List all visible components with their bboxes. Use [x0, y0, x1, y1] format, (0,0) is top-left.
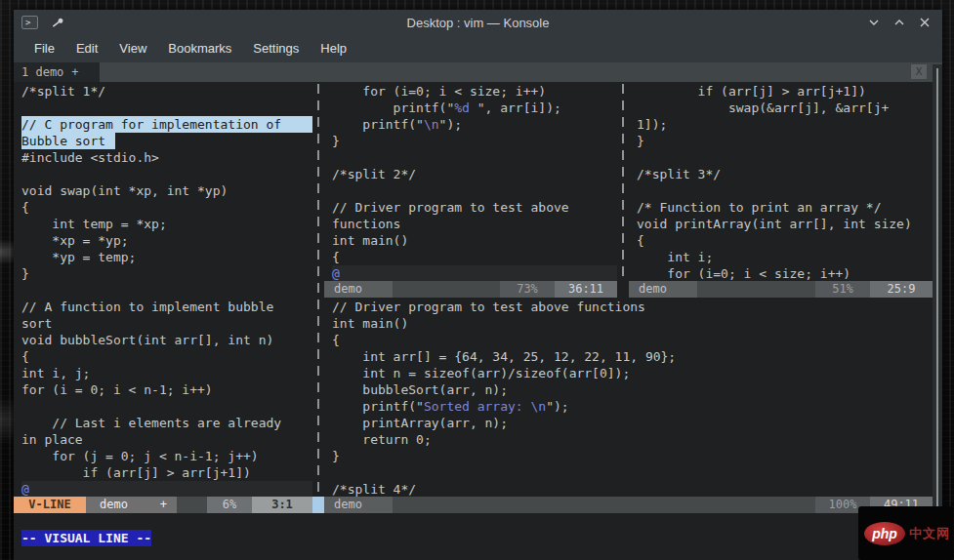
- vim-pane-split1[interactable]: /*split 1*/ // C program for implementat…: [14, 82, 312, 497]
- konsole-window: > Desktop : vim — Konsole: [14, 10, 942, 560]
- new-tab-button[interactable]: +: [71, 62, 78, 82]
- vim-pane-split2[interactable]: for (i=0; i < size; i++) printf("%d ", a…: [324, 82, 617, 281]
- statusline-split3: demo 51% 25:9: [629, 281, 933, 298]
- filename: demo: [100, 497, 128, 513]
- code-line: void printArray(int arr[], int size): [637, 216, 933, 232]
- code-line: printf("\n");: [332, 116, 617, 133]
- php-cn-watermark: php 中文网: [858, 506, 953, 560]
- close-icon[interactable]: [917, 15, 933, 30]
- code-line: functions: [332, 216, 617, 232]
- tab-bar: 1 demo+ X: [14, 62, 942, 82]
- minimize-icon[interactable]: [866, 15, 882, 30]
- code-line: @: [21, 481, 312, 497]
- code-line: [637, 182, 933, 199]
- code-line: {: [332, 332, 933, 348]
- filename: demo: [324, 281, 393, 298]
- statusline-split4: demo 100% 49:11: [324, 497, 933, 513]
- code-line: // C program for implementation of: [21, 116, 312, 133]
- code-line: [332, 464, 933, 481]
- code-area: // Driver program to test above function…: [324, 298, 933, 497]
- code-line: if (arr[j] > arr[j+1]): [637, 83, 933, 100]
- code-line: Bubble sort: [21, 133, 312, 149]
- scroll-percent: 73%: [500, 281, 555, 298]
- filename: demo: [629, 281, 697, 298]
- menubar: File Edit View Bookmarks Settings Help: [14, 35, 942, 62]
- code-line: int i;: [637, 249, 933, 265]
- code-line: [21, 100, 312, 116]
- titlebar[interactable]: > Desktop : vim — Konsole: [14, 10, 942, 35]
- code-line: [332, 149, 617, 166]
- code-line: for (i=0; i < size; i++): [332, 83, 617, 100]
- code-line: /* Function to print an array */: [637, 199, 933, 216]
- menu-help[interactable]: Help: [310, 35, 357, 62]
- pin-icon[interactable]: [52, 17, 64, 29]
- scroll-percent: 6%: [207, 497, 252, 513]
- menu-file[interactable]: File: [23, 35, 65, 62]
- statusline-separator-cell: [312, 497, 324, 513]
- code-line: {: [21, 199, 312, 216]
- vim-command-line: -- VISUAL LINE --: [14, 530, 942, 546]
- vim-pane-split4[interactable]: // Driver program to test above function…: [324, 298, 933, 497]
- code-line: for (i = 0; i < n-1; i++): [21, 381, 312, 398]
- code-line: {: [332, 249, 617, 265]
- code-line: {: [637, 232, 933, 249]
- vim-pane-split3[interactable]: if (arr[j] > arr[j+1]) swap(&arr[j], &ar…: [629, 82, 933, 281]
- tabbar-close-button[interactable]: X: [911, 64, 927, 79]
- code-line: /*split 1*/: [21, 83, 312, 100]
- statusline-active: V-LINE demo + 6% 3:1: [14, 497, 312, 513]
- code-line: }: [332, 448, 933, 464]
- code-line: [21, 282, 312, 299]
- watermark-text: 中文网: [909, 525, 950, 542]
- menu-view[interactable]: View: [108, 35, 157, 62]
- vim-terminal[interactable]: /*split 1*/ // C program for implementat…: [14, 82, 942, 560]
- code-line: for (j = 0; j < n-i-1; j++): [21, 448, 312, 464]
- code-line: /*split 2*/: [332, 166, 617, 182]
- code-line: return 0;: [332, 431, 933, 448]
- code-line: void swap(int *xp, int *yp): [21, 182, 312, 199]
- code-line: printArray(arr, n);: [332, 415, 933, 431]
- menu-settings[interactable]: Settings: [242, 35, 310, 62]
- konsole-app-icon: >: [21, 16, 38, 29]
- code-area: /*split 1*/ // C program for implementat…: [14, 82, 312, 497]
- menu-edit[interactable]: Edit: [65, 35, 108, 62]
- code-line: // Last i elements are already: [21, 415, 312, 431]
- code-line: int i, j;: [21, 365, 312, 381]
- code-line: int main(): [332, 232, 617, 249]
- scrollbar-handle[interactable]: [936, 68, 938, 556]
- code-line: int main(): [332, 315, 933, 332]
- status-spacer: [697, 281, 815, 298]
- code-line: printf("%d ", arr[i]);: [332, 100, 617, 116]
- code-line: /*split 3*/: [637, 166, 933, 182]
- code-line: int n = sizeof(arr)/sizeof(arr[0]);: [332, 365, 933, 381]
- php-logo: php: [864, 522, 905, 545]
- modified-flag: +: [160, 497, 167, 513]
- status-spacer: [393, 281, 500, 298]
- code-line: *yp = temp;: [21, 249, 312, 265]
- code-line: *xp = *yp;: [21, 232, 312, 249]
- code-line: }: [637, 133, 933, 149]
- code-line: bubbleSort(arr, n);: [332, 381, 933, 398]
- code-line: if (arr[j] > arr[j+1]): [21, 464, 312, 481]
- tab-demo[interactable]: 1 demo+: [14, 62, 100, 82]
- code-line: {: [21, 348, 312, 365]
- vertical-split-separator[interactable]: [617, 82, 629, 281]
- code-area: for (i=0; i < size; i++) printf("%d ", a…: [324, 82, 617, 281]
- status-spacer: [177, 497, 207, 513]
- vertical-split-separator[interactable]: [312, 82, 324, 497]
- filename: demo: [324, 497, 393, 513]
- code-line: #include <stdio.h>: [21, 149, 312, 166]
- maximize-icon[interactable]: [892, 15, 907, 30]
- statusline-split2: demo 73% 36:11: [324, 281, 617, 298]
- code-line: sort: [21, 315, 312, 332]
- code-line: [21, 398, 312, 415]
- code-line: in place: [21, 431, 312, 448]
- code-line: /*split 4*/: [332, 481, 933, 497]
- code-area: if (arr[j] > arr[j+1]) swap(&arr[j], &ar…: [629, 82, 933, 281]
- visual-line-mode-message: -- VISUAL LINE --: [21, 530, 151, 546]
- vim-mode-segment: V-LINE: [14, 497, 86, 513]
- window-title: Desktop : vim — Konsole: [14, 16, 942, 30]
- code-line: @: [332, 265, 617, 281]
- scrollbar[interactable]: [933, 64, 942, 560]
- code-line: int arr[] = {64, 34, 25, 12, 22, 11, 90}…: [332, 348, 933, 365]
- menu-bookmarks[interactable]: Bookmarks: [157, 35, 242, 62]
